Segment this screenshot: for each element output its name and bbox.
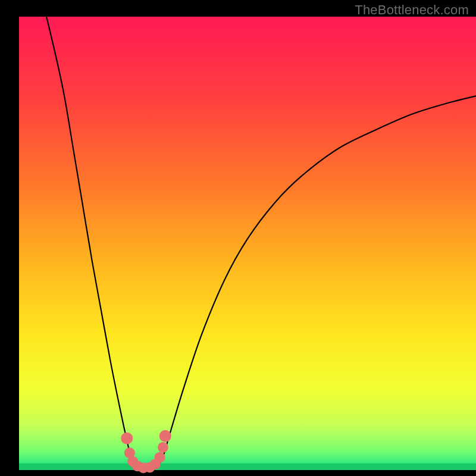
marker-dot (121, 433, 133, 444)
watermark-text: TheBottleneck.com (355, 2, 469, 18)
bottleneck-chart (0, 0, 476, 476)
marker-dot (155, 452, 165, 463)
marker-dot (159, 430, 171, 442)
plot-area (19, 17, 476, 470)
chart-frame: TheBottleneck.com (0, 0, 476, 476)
marker-dot (158, 442, 168, 453)
optimal-strip (19, 464, 476, 469)
